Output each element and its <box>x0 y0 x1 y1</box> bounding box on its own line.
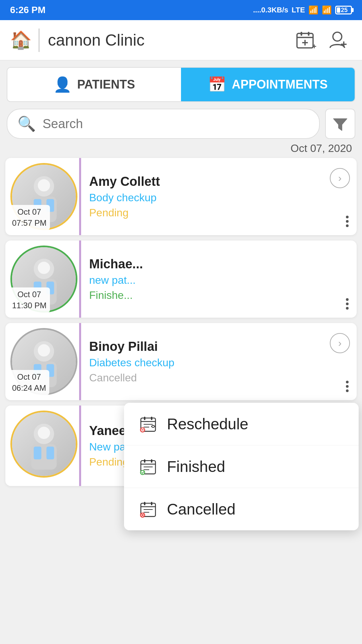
appointments-list: Oct 0707:57 PM Amy Collett Body checkup … <box>0 158 362 491</box>
network-type: LTE <box>292 6 305 14</box>
appointment-more-button[interactable] <box>346 298 349 310</box>
finished-icon <box>137 458 159 475</box>
svg-rect-1 <box>301 32 302 36</box>
svg-point-19 <box>38 262 50 274</box>
svg-rect-21 <box>144 417 145 420</box>
appointments-tab-icon: 📅 <box>208 76 226 93</box>
appointment-date-badge: Oct 0706:24 AM <box>9 370 49 395</box>
svg-marker-9 <box>334 119 347 130</box>
context-menu-cancelled[interactable]: Cancelled <box>124 488 359 530</box>
add-patient-button[interactable] <box>325 27 352 54</box>
svg-rect-37 <box>151 502 152 505</box>
svg-rect-29 <box>144 459 145 463</box>
appointment-more-button[interactable] <box>346 216 349 227</box>
context-menu-finished[interactable]: Finished <box>124 445 359 488</box>
appointment-date-badge: Oct 0707:57 PM <box>9 205 50 230</box>
status-time: 6:26 PM <box>10 5 46 15</box>
svg-point-6 <box>333 32 342 41</box>
context-menu: Reschedule Finished <box>124 403 359 530</box>
add-appointment-button[interactable]: + <box>292 27 318 54</box>
svg-rect-30 <box>151 459 152 463</box>
date-label: Oct 07, 2020 <box>0 142 362 158</box>
tab-patients[interactable]: 👤 PATIENTS <box>7 68 181 101</box>
main-tabs: 👤 PATIENTS 📅 APPOINTMENTS <box>7 67 355 102</box>
appointment-type: Diabetes checkup <box>89 357 350 369</box>
appointment-date-badge: Oct 0711:30 PM <box>9 287 50 313</box>
context-menu-reschedule[interactable]: Reschedule <box>124 403 359 445</box>
reschedule-label: Reschedule <box>167 415 248 433</box>
patient-name: Binoy Pillai <box>89 339 350 354</box>
svg-rect-51 <box>34 447 42 460</box>
header-divider <box>39 29 40 52</box>
search-input[interactable] <box>43 117 309 131</box>
svg-rect-52 <box>47 447 54 460</box>
finished-label: Finished <box>167 458 225 476</box>
search-box: 🔍 <box>7 109 320 139</box>
svg-rect-36 <box>144 502 145 505</box>
patients-tab-label: PATIENTS <box>77 77 135 92</box>
filter-button[interactable] <box>325 109 355 139</box>
appointment-status: Pending <box>89 207 350 219</box>
appointments-tab-label: APPOINTMENTS <box>232 77 327 92</box>
appointment-card: Oct 0707:57 PM Amy Collett Body checkup … <box>5 158 357 235</box>
cancelled-icon <box>137 500 159 518</box>
card-image-wrap: Oct 0707:57 PM <box>5 158 79 235</box>
search-container: 🔍 <box>7 109 355 139</box>
battery-level: 25 <box>341 7 348 14</box>
card-image-wrap: Oct 0711:30 PM <box>5 240 79 318</box>
patient-name: Amy Collett <box>89 174 350 189</box>
appointment-status: Finishe... <box>89 289 350 302</box>
appointment-type: new pat... <box>89 274 350 286</box>
appointment-detail-button[interactable]: › <box>330 333 350 353</box>
battery-icon: 25 <box>335 6 352 14</box>
home-icon[interactable]: 🏠 <box>10 30 32 50</box>
svg-point-53 <box>38 427 50 439</box>
appointment-status: Cancelled <box>89 372 350 384</box>
svg-rect-2 <box>308 32 309 36</box>
network-speed: ....0.3KB/s <box>253 6 288 14</box>
tab-appointments[interactable]: 📅 APPOINTMENTS <box>181 68 355 101</box>
card-content: Binoy Pillai Diabetes checkup Cancelled <box>81 323 357 400</box>
status-bar: 6:26 PM ....0.3KB/s LTE 📶 📶 25 <box>0 0 362 20</box>
signal-icon: 📶 <box>308 5 318 15</box>
card-image-wrap: Oct 0706:24 AM <box>5 323 79 400</box>
avatar <box>10 411 77 478</box>
svg-rect-22 <box>151 417 152 420</box>
search-icon: 🔍 <box>17 115 36 132</box>
appointment-more-button[interactable] <box>346 381 349 392</box>
svg-point-34 <box>140 470 144 474</box>
header-actions: + <box>292 27 352 54</box>
appointment-detail-button[interactable]: › <box>330 168 350 188</box>
card-content: Amy Collett Body checkup Pending <box>81 158 357 235</box>
add-appointment-plus: + <box>312 42 316 51</box>
patient-name: Michae... <box>89 257 350 271</box>
card-image-wrap <box>5 406 79 486</box>
app-header: 🏠 cannon Clinic + <box>0 20 362 60</box>
appointment-type: Body checkup <box>89 192 350 204</box>
clinic-name: cannon Clinic <box>48 31 292 49</box>
status-right: ....0.3KB/s LTE 📶 📶 25 <box>253 5 352 15</box>
wifi-icon: 📶 <box>322 5 332 15</box>
svg-point-48 <box>38 344 50 356</box>
appointment-card: Oct 0711:30 PM Michae... new pat... Fini… <box>5 240 357 318</box>
patients-tab-icon: 👤 <box>53 76 72 93</box>
card-content: Michae... new pat... Finishe... <box>81 240 357 318</box>
svg-point-14 <box>38 179 50 191</box>
appointment-card: Oct 0706:24 AM Binoy Pillai Diabetes che… <box>5 323 357 400</box>
cancelled-label: Cancelled <box>167 500 236 518</box>
reschedule-icon <box>137 415 159 433</box>
